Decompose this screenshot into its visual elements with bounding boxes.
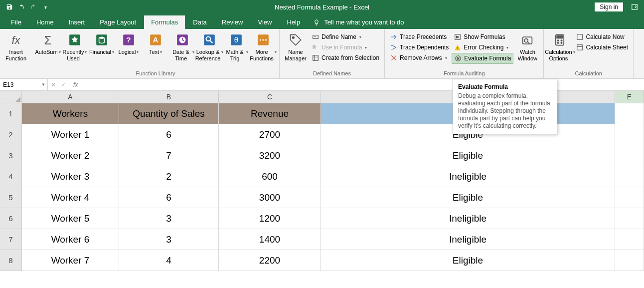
cell[interactable]: 600 (219, 166, 321, 187)
cell[interactable]: Worker 5 (22, 208, 119, 229)
cell[interactable]: 1200 (219, 208, 321, 229)
tab-file[interactable]: File (4, 15, 28, 29)
row-header[interactable]: 6 (0, 208, 22, 229)
cell[interactable]: Worker 6 (22, 229, 119, 250)
undo-button[interactable] (16, 1, 27, 12)
cell[interactable]: Ineligible (321, 229, 615, 250)
error-checking-button[interactable]: ! Error Checking▾ (452, 42, 513, 52)
row-header[interactable]: 4 (0, 166, 22, 187)
signin-button[interactable]: Sign in (595, 2, 623, 11)
insert-function-button[interactable]: fx Insert Function (3, 30, 29, 65)
cell[interactable]: Eligible (321, 145, 615, 166)
col-header-e[interactable]: E (615, 91, 644, 103)
tab-formulas[interactable]: Formulas (144, 15, 185, 29)
cell[interactable]: Worker 2 (22, 145, 119, 166)
cell[interactable] (615, 166, 644, 187)
insert-function-label: Insert Function (4, 49, 28, 63)
cell[interactable]: 4 (119, 250, 219, 271)
cell[interactable] (615, 229, 644, 250)
create-from-selection-button[interactable]: Create from Selection (310, 53, 381, 63)
cell[interactable] (615, 208, 644, 229)
calculate-now-button[interactable]: Calculate Now (574, 32, 630, 42)
cell[interactable]: Eligible (321, 187, 615, 208)
tell-me[interactable]: Tell me what you want to do (308, 15, 409, 29)
row-header[interactable]: 3 (0, 145, 22, 166)
define-name-button[interactable]: Define Name▾ (310, 32, 381, 42)
row-header[interactable]: 8 (0, 250, 22, 271)
tab-review[interactable]: Review (215, 15, 250, 29)
show-formulas-button[interactable]: fx Show Formulas (452, 32, 513, 42)
col-header-c[interactable]: C (219, 91, 321, 103)
cell[interactable]: Worker 1 (22, 124, 119, 145)
formula-input[interactable] (82, 79, 644, 90)
cell[interactable]: Worker 4 (22, 187, 119, 208)
calculation-options-button[interactable]: Calculation Options▾ (547, 30, 573, 65)
fx-button[interactable]: fx (69, 79, 82, 90)
cell[interactable] (615, 187, 644, 208)
more-functions-button[interactable]: More Functions▾ (250, 30, 276, 65)
cell[interactable]: Revenue (219, 103, 321, 124)
cell[interactable]: 3000 (219, 187, 321, 208)
cell[interactable]: 1400 (219, 229, 321, 250)
row-header[interactable]: 1 (0, 103, 22, 124)
tell-me-label: Tell me what you want to do (324, 18, 404, 26)
calc-sheet-icon (576, 43, 584, 51)
use-in-formula-button[interactable]: fx Use in Formula▾ (310, 42, 381, 52)
cell[interactable]: Ineligible (321, 166, 615, 187)
col-header-a[interactable]: A (22, 91, 119, 103)
ribbon-display-options[interactable] (629, 1, 640, 12)
select-all-corner[interactable] (0, 91, 22, 103)
recently-used-button[interactable]: Recently Used▾ (62, 30, 88, 65)
cell[interactable]: 3 (119, 208, 219, 229)
tab-help[interactable]: Help (280, 15, 307, 29)
col-header-b[interactable]: B (119, 91, 219, 103)
cell[interactable]: 6 (119, 124, 219, 145)
autosum-button[interactable]: Σ AutoSum▾ (35, 30, 61, 65)
evaluate-formula-button[interactable]: fx Evaluate Formula (452, 53, 513, 64)
trace-precedents-button[interactable]: Trace Precedents (388, 32, 451, 42)
tab-home[interactable]: Home (29, 15, 61, 29)
cell[interactable]: 3200 (219, 145, 321, 166)
cell[interactable]: 2200 (219, 250, 321, 271)
watch-window-button[interactable]: Watch Window (514, 30, 540, 65)
cell[interactable]: Ineligible (321, 208, 615, 229)
tab-page-layout[interactable]: Page Layout (93, 15, 143, 29)
name-manager-button[interactable]: Name Manager (283, 30, 309, 65)
row-header[interactable]: 7 (0, 229, 22, 250)
cell[interactable]: Worker 7 (22, 250, 119, 271)
cell[interactable] (615, 250, 644, 271)
math-button[interactable]: θ Math & Trig▾ (223, 30, 249, 65)
cancel-icon[interactable]: ✕ (51, 81, 56, 88)
tab-data[interactable]: Data (186, 15, 213, 29)
cell[interactable]: 2 (119, 166, 219, 187)
cell[interactable]: 2700 (219, 124, 321, 145)
remove-arrows-button[interactable]: Remove Arrows▾ (388, 53, 451, 63)
text-button[interactable]: A Text▾ (143, 30, 168, 65)
cell[interactable]: 7 (119, 145, 219, 166)
lookup-button[interactable]: Lookup & Reference▾ (196, 30, 222, 65)
row-header[interactable]: 2 (0, 124, 22, 145)
cell[interactable]: 3 (119, 229, 219, 250)
tab-view[interactable]: View (251, 15, 279, 29)
cell[interactable] (615, 145, 644, 166)
cell[interactable]: Eligible (321, 250, 615, 271)
cell[interactable] (615, 103, 644, 124)
financial-button[interactable]: Financial▾ (89, 30, 115, 65)
create-selection-icon (312, 54, 320, 62)
save-button[interactable] (4, 1, 15, 12)
cell[interactable]: Worker 3 (22, 166, 119, 187)
enter-icon[interactable]: ✓ (61, 81, 66, 88)
cell[interactable]: Quantity of Sales (119, 103, 219, 124)
qat-customize[interactable]: ▾ (40, 1, 51, 12)
redo-button[interactable] (28, 1, 39, 12)
trace-dependents-button[interactable]: Trace Dependents (388, 42, 451, 52)
row-header[interactable]: 5 (0, 187, 22, 208)
logical-button[interactable]: ? Logical▾ (116, 30, 142, 65)
calculate-sheet-button[interactable]: Calculate Sheet (574, 42, 630, 52)
cell[interactable] (615, 124, 644, 145)
name-box[interactable]: E13 ▼ (0, 79, 48, 90)
cell[interactable]: Workers (22, 103, 119, 124)
tab-insert[interactable]: Insert (62, 15, 92, 29)
cell[interactable]: 6 (119, 187, 219, 208)
datetime-button[interactable]: Date & Time▾ (169, 30, 195, 65)
